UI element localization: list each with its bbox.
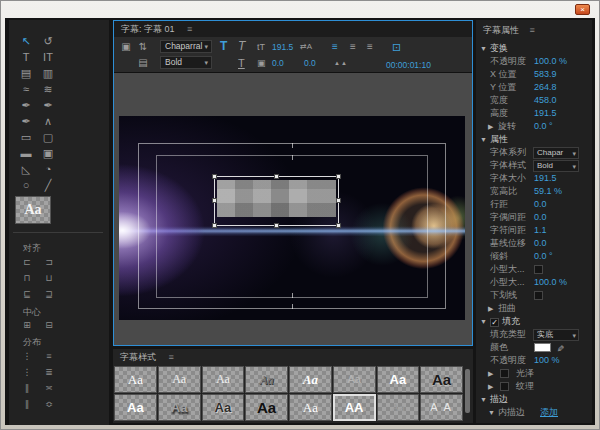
show-background-video-icon[interactable]: ⊡ bbox=[392, 41, 401, 53]
collapse-triangle-icon[interactable]: ▼ bbox=[480, 133, 487, 146]
resize-handle-w[interactable] bbox=[212, 198, 217, 203]
fill-checkbox[interactable]: ✓ bbox=[490, 318, 499, 327]
collapse-triangle-icon[interactable]: ▼ bbox=[480, 393, 487, 406]
property-value[interactable]: 0.0 bbox=[534, 198, 547, 211]
pen-tool-icon[interactable]: ✒ bbox=[17, 98, 35, 113]
vertical-area-type-tool-icon[interactable]: ▥ bbox=[39, 66, 57, 81]
property-value[interactable]: 191.5 bbox=[534, 172, 557, 185]
title-text-box[interactable] bbox=[214, 176, 339, 226]
style-swatch[interactable]: Aa bbox=[289, 394, 332, 421]
collapse-triangle-icon[interactable]: ▼ bbox=[480, 315, 487, 328]
kerning-value[interactable]: 0.0 bbox=[272, 57, 284, 69]
style-swatch[interactable]: Aa bbox=[333, 366, 376, 393]
expand-triangle-icon[interactable]: ▶ bbox=[488, 302, 493, 315]
style-swatch[interactable]: Aa bbox=[202, 394, 245, 421]
italic-button[interactable]: T bbox=[238, 40, 245, 52]
close-button[interactable]: × bbox=[575, 4, 590, 15]
font-style-dropdown[interactable]: Bold ▾ bbox=[160, 56, 212, 69]
property-value[interactable]: 191.5 bbox=[534, 107, 557, 120]
center-vertical-icon[interactable]: ⊟ bbox=[41, 319, 57, 332]
resize-handle-nw[interactable] bbox=[212, 174, 217, 179]
style-swatch-selected[interactable]: AA bbox=[333, 394, 376, 421]
align-center-button[interactable]: ≡ bbox=[350, 41, 356, 53]
collapse-triangle-icon[interactable]: ▼ bbox=[488, 406, 495, 419]
ellipse-tool-icon[interactable]: ○ bbox=[17, 178, 35, 193]
center-horizontal-icon[interactable]: ⊞ bbox=[19, 319, 35, 332]
panel-menu-icon[interactable]: ≡ bbox=[169, 352, 174, 362]
align-right-icon[interactable]: ⊐ bbox=[41, 256, 57, 269]
background-timecode[interactable]: 00:00:01:10 bbox=[386, 60, 431, 70]
style-swatch[interactable]: A A bbox=[420, 394, 463, 421]
panel-menu-icon[interactable]: ≡ bbox=[187, 24, 192, 34]
wedge-tool-icon[interactable]: ◺ bbox=[17, 162, 35, 177]
styles-scrollbar[interactable] bbox=[465, 369, 470, 413]
expand-triangle-icon[interactable]: ▶ bbox=[488, 367, 493, 380]
property-value[interactable]: 100.0 % bbox=[534, 276, 567, 289]
tracking-value[interactable]: 0.0 bbox=[304, 57, 316, 69]
property-value[interactable]: 0.0 ° bbox=[534, 120, 553, 133]
property-value[interactable]: 100 % bbox=[534, 354, 560, 367]
underline-checkbox[interactable] bbox=[534, 291, 543, 300]
video-preview[interactable] bbox=[119, 116, 465, 320]
distribute-v-even-icon[interactable]: ≎ bbox=[41, 398, 57, 411]
property-value[interactable]: 0.0 ° bbox=[534, 250, 553, 263]
resize-handle-se[interactable] bbox=[336, 223, 341, 228]
rounded-rectangle-tool-icon[interactable]: ▢ bbox=[39, 130, 57, 145]
distribute-h-even-icon[interactable]: ∥ bbox=[19, 398, 35, 411]
resize-handle-ne[interactable] bbox=[336, 174, 341, 179]
property-value[interactable]: 1.1 bbox=[534, 224, 547, 237]
distribute-top-icon[interactable]: ≡ bbox=[41, 350, 57, 363]
distribute-left-icon[interactable]: ⋮ bbox=[19, 350, 35, 363]
property-value[interactable]: 0.0 bbox=[534, 237, 547, 250]
path-type-tool-icon[interactable]: ≈ bbox=[17, 82, 35, 97]
rectangle-tool-icon[interactable]: ▭ bbox=[17, 130, 35, 145]
sheen-checkbox[interactable] bbox=[500, 369, 509, 378]
rounded-corner-rectangle-tool-icon[interactable]: ▣ bbox=[39, 146, 57, 161]
delete-anchor-point-tool-icon[interactable]: ✒ bbox=[17, 114, 35, 129]
align-h-center-icon[interactable]: ⊑ bbox=[19, 288, 35, 301]
rotation-tool-icon[interactable]: ↺ bbox=[39, 34, 57, 49]
property-value[interactable]: 100.0 % bbox=[534, 55, 567, 68]
style-swatch[interactable]: Aa bbox=[377, 366, 420, 393]
align-bottom-icon[interactable]: ⊔ bbox=[41, 272, 57, 285]
add-inner-stroke-link[interactable]: 添加 bbox=[540, 406, 558, 419]
font-size-value[interactable]: 191.5 bbox=[272, 41, 293, 53]
expand-triangle-icon[interactable]: ▶ bbox=[488, 120, 493, 133]
small-caps-checkbox[interactable] bbox=[534, 265, 543, 274]
resize-handle-sw[interactable] bbox=[212, 223, 217, 228]
current-style-swatch[interactable]: Aa bbox=[15, 196, 51, 224]
align-left-button[interactable]: ≡ bbox=[332, 41, 338, 53]
property-value[interactable]: 0.0 bbox=[534, 211, 547, 224]
style-swatch[interactable]: Aa bbox=[245, 366, 288, 393]
align-left-icon[interactable]: ⊏ bbox=[19, 256, 35, 269]
property-value[interactable]: 59.1 % bbox=[534, 185, 562, 198]
distribute-bottom-icon[interactable]: ≍ bbox=[41, 382, 57, 395]
area-type-tool-icon[interactable]: ▤ bbox=[17, 66, 35, 81]
style-swatch[interactable]: Aa bbox=[158, 366, 201, 393]
roll-crawl-options-icon[interactable]: ⇅ bbox=[136, 41, 150, 53]
fill-color-swatch[interactable] bbox=[534, 343, 551, 352]
distribute-right-icon[interactable]: ∥ bbox=[19, 382, 35, 395]
distribute-v-center-icon[interactable]: ≣ bbox=[41, 366, 57, 379]
expand-triangle-icon[interactable]: ▶ bbox=[488, 380, 493, 393]
property-value[interactable]: 458.0 bbox=[534, 94, 557, 107]
resize-handle-e[interactable] bbox=[336, 198, 341, 203]
style-swatch[interactable]: Aa bbox=[114, 366, 157, 393]
new-title-icon[interactable]: ▣ bbox=[119, 41, 133, 53]
convert-anchor-point-tool-icon[interactable]: ∧ bbox=[39, 114, 57, 129]
templates-icon[interactable]: ▤ bbox=[136, 57, 150, 69]
font-family-mini-dropdown[interactable]: Chapar▾ bbox=[533, 147, 579, 159]
fill-type-dropdown[interactable]: 实底▾ bbox=[533, 329, 579, 341]
texture-checkbox[interactable] bbox=[500, 382, 509, 391]
align-v-center-icon[interactable]: ⊒ bbox=[41, 288, 57, 301]
style-swatch[interactable]: Aa bbox=[245, 394, 288, 421]
eyedropper-icon[interactable]: ✎ bbox=[553, 345, 566, 353]
resize-handle-s[interactable] bbox=[274, 223, 279, 228]
window-titlebar[interactable]: × bbox=[1, 1, 599, 18]
style-swatch[interactable]: Aa bbox=[158, 394, 201, 421]
align-right-button[interactable]: ≡ bbox=[367, 41, 373, 53]
titler-tab[interactable]: 字幕: 字幕 01 bbox=[121, 24, 175, 34]
property-value[interactable]: 264.8 bbox=[534, 81, 557, 94]
vertical-path-type-tool-icon[interactable]: ≋ bbox=[39, 82, 57, 97]
font-family-dropdown[interactable]: Chaparral ▾ bbox=[160, 40, 212, 53]
